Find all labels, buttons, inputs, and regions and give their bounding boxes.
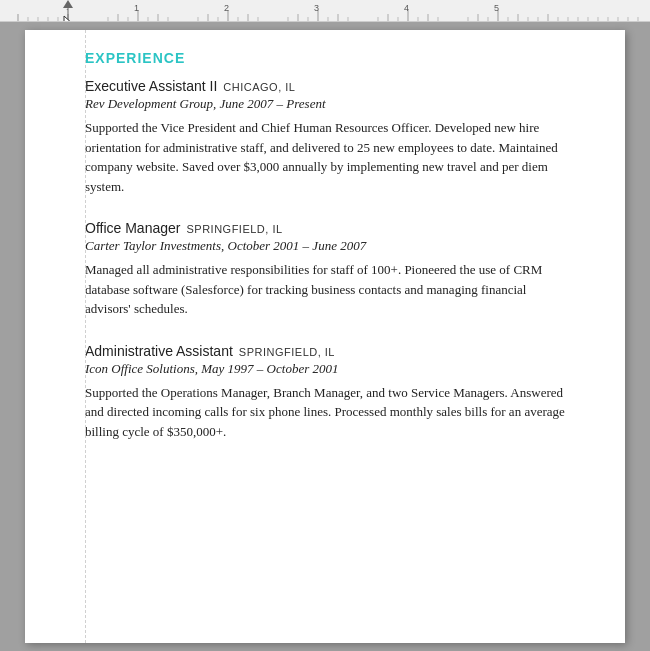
margin-line	[85, 30, 86, 643]
svg-text:1: 1	[134, 3, 139, 13]
job-title-2: Office Manager	[85, 220, 180, 236]
job-title-line-2: Office ManagerSPRINGFIELD, IL	[85, 220, 565, 236]
job-title-1: Executive Assistant II	[85, 78, 217, 94]
svg-text:3: 3	[314, 3, 319, 13]
job-company-1: Rev Development Group, June 2007 – Prese…	[85, 96, 565, 112]
job-description-2: Managed all administrative responsibilit…	[85, 260, 565, 319]
svg-text:4: 4	[404, 3, 409, 13]
job-title-line-1: Executive Assistant IICHICAGO, IL	[85, 78, 565, 94]
job-location-3: SPRINGFIELD, IL	[239, 346, 335, 358]
svg-text:5: 5	[494, 3, 499, 13]
svg-text:2: 2	[224, 3, 229, 13]
job-description-3: Supported the Operations Manager, Branch…	[85, 383, 565, 442]
job-location-2: SPRINGFIELD, IL	[186, 223, 282, 235]
job-title-3: Administrative Assistant	[85, 343, 233, 359]
job-entry-2: Office ManagerSPRINGFIELD, IL Carter Tay…	[85, 220, 565, 319]
job-entry-1: Executive Assistant IICHICAGO, IL Rev De…	[85, 78, 565, 196]
ruler: · 1 2 3 4	[0, 0, 650, 22]
document-page: EXPERIENCE Executive Assistant IICHICAGO…	[25, 30, 625, 643]
job-company-3: Icon Office Solutions, May 1997 – Octobe…	[85, 361, 565, 377]
job-company-2: Carter Taylor Investments, October 2001 …	[85, 238, 565, 254]
job-description-1: Supported the Vice President and Chief H…	[85, 118, 565, 196]
job-location-1: CHICAGO, IL	[223, 81, 295, 93]
page-container: EXPERIENCE Executive Assistant IICHICAGO…	[0, 22, 650, 651]
job-title-line-3: Administrative AssistantSPRINGFIELD, IL	[85, 343, 565, 359]
job-entry-3: Administrative AssistantSPRINGFIELD, IL …	[85, 343, 565, 442]
section-title: EXPERIENCE	[85, 50, 565, 66]
svg-rect-0	[0, 0, 650, 22]
